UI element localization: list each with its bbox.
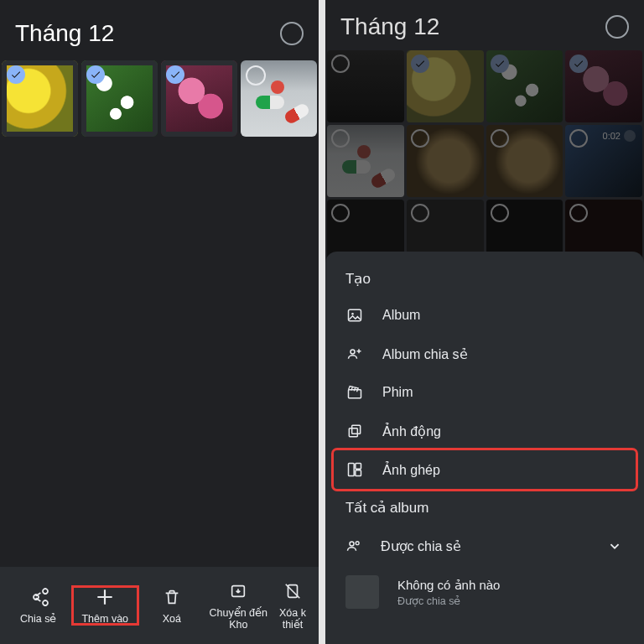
people-icon xyxy=(345,538,362,554)
checkmark-icon xyxy=(7,65,25,84)
svg-rect-9 xyxy=(356,464,361,470)
pill-icon xyxy=(271,80,284,94)
svg-rect-10 xyxy=(356,470,361,476)
option-album[interactable]: Album xyxy=(334,296,636,335)
option-movie[interactable]: Phim xyxy=(334,373,636,412)
no-album-title: Không có ảnh nào xyxy=(397,578,500,593)
unselected-circle-icon xyxy=(331,129,350,148)
unselected-circle-icon xyxy=(331,204,350,222)
grid-thumb[interactable] xyxy=(407,50,484,122)
svg-point-3 xyxy=(351,313,354,315)
grid-thumb-video[interactable]: 0:02 xyxy=(565,125,642,197)
thumb-1[interactable] xyxy=(2,60,78,137)
month-title: Tháng 12 xyxy=(340,13,439,40)
option-shared-album[interactable]: Album chia sẻ xyxy=(334,335,636,373)
stack-icon xyxy=(345,422,364,440)
option-label: Album chia sẻ xyxy=(382,346,468,362)
svg-point-12 xyxy=(356,542,359,545)
bottom-sheet: Tạo Album Album chia sẻ Phim Ảnh động Ản… xyxy=(325,252,644,644)
all-albums-heading: Tất cả album xyxy=(345,499,624,517)
option-label: Album xyxy=(382,308,420,323)
unselected-circle-icon xyxy=(569,129,588,148)
svg-rect-6 xyxy=(352,425,361,434)
share-label: Chia sẻ xyxy=(20,613,56,625)
photo-grid-dimmed: 0:02 xyxy=(325,49,644,262)
chevron-down-icon xyxy=(605,537,624,555)
option-animation[interactable]: Ảnh động xyxy=(334,412,636,450)
trash-icon xyxy=(161,586,183,608)
placeholder-square-icon xyxy=(345,575,379,609)
unselected-circle-icon xyxy=(411,129,429,148)
grid-thumb[interactable] xyxy=(565,50,642,122)
header: Tháng 12 xyxy=(325,0,644,49)
plus-icon xyxy=(94,586,116,608)
thumb-2[interactable] xyxy=(81,60,158,137)
clapper-icon xyxy=(345,383,364,402)
shared-label: Được chia sẻ xyxy=(381,538,461,554)
option-collage[interactable]: Ảnh ghép xyxy=(334,450,636,489)
archive-icon xyxy=(227,580,249,602)
row-shared[interactable]: Được chia sẻ xyxy=(334,525,636,567)
left-screen: Tháng 12 Chia sẻ Thêm vào Xo xyxy=(0,0,319,644)
svg-rect-5 xyxy=(349,390,361,398)
svg-rect-8 xyxy=(349,464,355,476)
svg-rect-7 xyxy=(349,428,357,437)
create-heading: Tạo xyxy=(345,270,624,288)
checkmark-icon xyxy=(166,65,184,84)
unselected-circle-icon xyxy=(331,55,350,73)
checkmark-icon xyxy=(491,55,509,73)
grid-thumb[interactable] xyxy=(486,50,564,122)
checkmark-icon xyxy=(86,65,105,84)
people-icon xyxy=(345,345,364,363)
svg-rect-2 xyxy=(349,309,361,320)
image-icon xyxy=(345,306,364,325)
grid-thumb[interactable] xyxy=(486,125,564,197)
option-label: Ảnh động xyxy=(382,423,441,439)
thumbnail-row xyxy=(0,59,319,138)
svg-point-4 xyxy=(351,350,355,354)
add-to-button[interactable]: Thêm vào xyxy=(72,586,139,625)
unselected-circle-icon xyxy=(569,204,588,222)
share-icon xyxy=(28,586,49,608)
pill-icon xyxy=(283,102,310,126)
option-label: Ảnh ghép xyxy=(382,462,440,478)
right-screen: Tháng 12 0:02 Tạo Album xyxy=(325,0,644,644)
grid-thumb[interactable] xyxy=(407,125,484,197)
thumb-4[interactable] xyxy=(241,60,317,137)
thumb-3[interactable] xyxy=(161,60,237,137)
unselected-circle-icon xyxy=(411,204,429,222)
option-label: Phim xyxy=(382,385,413,400)
svg-point-11 xyxy=(350,542,354,546)
grid-thumb[interactable] xyxy=(327,50,404,122)
select-all-circle[interactable] xyxy=(605,15,629,39)
video-duration: 0:02 xyxy=(603,130,636,142)
delete-label: Xoá xyxy=(163,613,181,625)
unselected-circle-icon xyxy=(246,65,266,86)
archive-button[interactable]: Chuyển đến Kho xyxy=(205,580,273,631)
delete-button[interactable]: Xoá xyxy=(138,586,205,625)
collage-icon xyxy=(345,460,364,479)
delete-device-button[interactable]: Xóa k thiết xyxy=(272,580,314,631)
share-button[interactable]: Chia sẻ xyxy=(5,586,72,625)
no-album-subtitle: Được chia sẻ xyxy=(397,595,500,607)
header: Tháng 12 xyxy=(0,0,319,59)
select-all-circle[interactable] xyxy=(280,22,304,45)
delete-device-label: Xóa k thiết xyxy=(272,607,314,631)
pill-icon xyxy=(256,96,284,109)
unselected-circle-icon xyxy=(491,204,509,222)
delete-device-icon xyxy=(282,580,304,602)
add-to-label: Thêm vào xyxy=(81,613,128,625)
archive-label: Chuyển đến Kho xyxy=(205,607,273,631)
bottom-action-bar: Chia sẻ Thêm vào Xoá Chuyển đến Kho Xóa … xyxy=(0,567,319,644)
checkmark-icon xyxy=(411,55,429,73)
month-title: Tháng 12 xyxy=(15,20,114,47)
grid-thumb[interactable] xyxy=(327,125,404,197)
unselected-circle-icon xyxy=(491,129,509,148)
row-no-album[interactable]: Không có ảnh nào Được chia sẻ xyxy=(334,567,636,617)
checkmark-icon xyxy=(569,55,588,73)
